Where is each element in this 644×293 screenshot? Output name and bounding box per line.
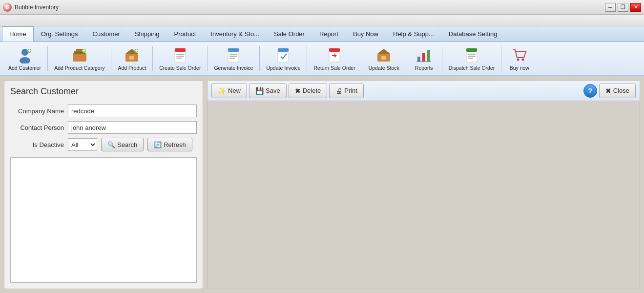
refresh-button[interactable]: 🔄 Refresh bbox=[147, 138, 192, 151]
title-bar: B Bubble Inventory ─ ❐ ✕ bbox=[0, 0, 644, 15]
svg-point-0 bbox=[21, 49, 28, 56]
help-button[interactable]: ? bbox=[583, 84, 597, 98]
svg-rect-21 bbox=[176, 58, 182, 59]
svg-rect-41 bbox=[468, 56, 476, 57]
toolbar-sep-3 bbox=[152, 46, 153, 71]
print-icon: 🖨 bbox=[335, 87, 342, 95]
create-sale-order-label: Create Sale Order bbox=[159, 65, 201, 71]
main-content: Search Customer Company Name Contact Per… bbox=[0, 76, 644, 293]
menu-item-inventory[interactable]: Inventory & Sto... bbox=[203, 26, 267, 42]
print-button-label: Print bbox=[344, 87, 357, 94]
svg-rect-40 bbox=[468, 54, 476, 55]
search-results-area bbox=[10, 157, 197, 283]
create-sale-order-button[interactable]: Create Sale Order bbox=[155, 43, 205, 74]
svg-point-1 bbox=[20, 57, 30, 63]
buy-now-label: Buy now bbox=[510, 65, 529, 71]
menu-bar: Home Org. Settings Customer Shipping Pro… bbox=[0, 26, 644, 42]
restore-button[interactable]: ❐ bbox=[618, 3, 628, 12]
add-customer-button[interactable]: Add Customer bbox=[4, 43, 45, 74]
svg-rect-20 bbox=[176, 56, 184, 57]
menu-item-product[interactable]: Product bbox=[167, 26, 204, 42]
delete-button[interactable]: ✖ Delete bbox=[289, 84, 328, 98]
delete-icon: ✖ bbox=[295, 87, 301, 95]
menu-item-database[interactable]: Database Setting bbox=[441, 26, 505, 42]
contact-person-row: Contact Person bbox=[10, 121, 197, 134]
close-button-label: Close bbox=[613, 87, 629, 94]
add-customer-icon bbox=[16, 46, 34, 64]
is-deactive-select[interactable]: All Yes No bbox=[68, 138, 97, 151]
dispatch-sale-order-icon bbox=[463, 46, 480, 64]
toolbar-sep-8 bbox=[406, 46, 406, 71]
generate-invoice-icon bbox=[225, 46, 242, 64]
add-product-label: Add Product bbox=[118, 65, 146, 71]
menu-item-org-settings[interactable]: Org. Settings bbox=[34, 26, 85, 42]
dispatch-sale-order-button[interactable]: Dispatch Sale Order bbox=[444, 43, 499, 74]
close-action-button[interactable]: ✖ Close bbox=[599, 84, 636, 98]
add-customer-label: Add Customer bbox=[8, 65, 41, 71]
toolbar-sep-5 bbox=[259, 46, 260, 71]
svg-marker-32 bbox=[377, 49, 390, 54]
svg-rect-25 bbox=[229, 56, 237, 57]
buy-now-icon bbox=[511, 46, 528, 64]
menu-item-help[interactable]: Help & Supp... bbox=[386, 26, 441, 42]
right-panel-content bbox=[208, 101, 640, 289]
svg-rect-34 bbox=[417, 57, 420, 62]
search-panel: Search Customer Company Name Contact Per… bbox=[4, 80, 203, 289]
add-product-category-button[interactable]: Add Product Category bbox=[50, 43, 109, 74]
window-close-button[interactable]: ✕ bbox=[630, 3, 641, 12]
return-sale-order-button[interactable]: Return Sale Order bbox=[309, 43, 359, 74]
toolbar-sep-4 bbox=[207, 46, 208, 71]
is-deactive-label: Is Deactive bbox=[10, 141, 64, 148]
menu-item-report[interactable]: Report bbox=[312, 26, 346, 42]
menu-item-sale-order[interactable]: Sale Order bbox=[267, 26, 312, 42]
contact-person-label: Contact Person bbox=[10, 124, 64, 131]
title-bar-left: B Bubble Inventory bbox=[3, 3, 59, 12]
minimize-button[interactable]: ─ bbox=[605, 3, 616, 12]
update-invoice-icon bbox=[274, 46, 292, 64]
company-name-row: Company Name bbox=[10, 105, 197, 117]
update-stock-label: Update Stock bbox=[369, 65, 399, 71]
save-button-label: Save bbox=[266, 87, 280, 94]
svg-rect-5 bbox=[73, 53, 86, 62]
svg-rect-36 bbox=[427, 50, 430, 62]
search-icon: 🔍 bbox=[107, 141, 115, 148]
menu-item-shipping[interactable]: Shipping bbox=[127, 26, 167, 42]
svg-rect-42 bbox=[468, 58, 473, 59]
return-sale-order-icon bbox=[326, 46, 343, 64]
toolbar-sep-9 bbox=[442, 46, 442, 71]
generate-invoice-button[interactable]: Generate Invoice bbox=[209, 43, 257, 74]
update-stock-button[interactable]: Update Stock bbox=[364, 43, 404, 74]
contact-person-input[interactable] bbox=[68, 121, 197, 134]
svg-rect-18 bbox=[175, 48, 186, 52]
update-invoice-button[interactable]: Update Invoice bbox=[262, 43, 305, 74]
search-panel-title: Search Customer bbox=[10, 86, 197, 97]
add-product-icon bbox=[123, 46, 141, 64]
menu-item-buy-now[interactable]: Buy Now bbox=[346, 26, 386, 42]
new-button[interactable]: ✨ New bbox=[211, 84, 247, 98]
search-button-label: Search bbox=[117, 141, 137, 148]
svg-point-43 bbox=[517, 58, 519, 61]
toolbar-sep-6 bbox=[307, 46, 307, 71]
refresh-button-label: Refresh bbox=[164, 141, 186, 148]
is-deactive-row: Is Deactive All Yes No 🔍 Search 🔄 Refres… bbox=[10, 138, 197, 151]
company-name-input[interactable] bbox=[68, 105, 197, 117]
add-product-category-label: Add Product Category bbox=[54, 65, 104, 71]
save-button[interactable]: 💾 Save bbox=[249, 84, 287, 98]
toolbar-ribbon: Add Customer Add Product Category bbox=[0, 42, 644, 76]
svg-rect-35 bbox=[422, 53, 425, 62]
print-button[interactable]: 🖨 Print bbox=[329, 84, 364, 98]
reports-button[interactable]: Reports bbox=[408, 43, 440, 74]
svg-rect-30 bbox=[329, 48, 340, 52]
add-product-button[interactable]: Add Product bbox=[113, 43, 150, 74]
svg-rect-26 bbox=[229, 58, 235, 59]
search-button[interactable]: 🔍 Search bbox=[101, 138, 144, 151]
svg-rect-33 bbox=[381, 56, 386, 60]
action-toolbar: ✨ New 💾 Save ✖ Delete 🖨 Print ? ✖ Close bbox=[208, 81, 640, 101]
menu-item-customer[interactable]: Customer bbox=[85, 26, 127, 42]
svg-rect-39 bbox=[466, 48, 477, 52]
buy-now-button[interactable]: Buy now bbox=[503, 43, 535, 74]
menu-item-home[interactable]: Home bbox=[2, 26, 34, 42]
svg-rect-19 bbox=[176, 54, 184, 55]
svg-rect-13 bbox=[129, 56, 134, 60]
toolbar-sep-2 bbox=[111, 46, 111, 71]
